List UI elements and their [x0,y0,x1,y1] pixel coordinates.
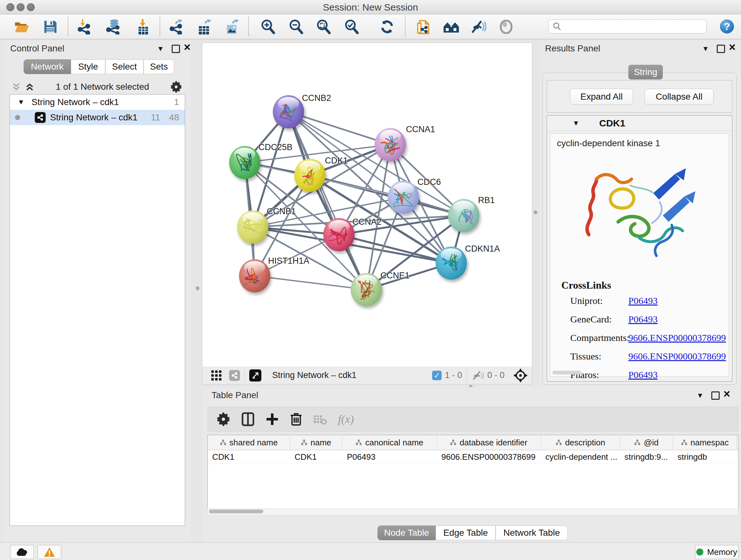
delete-column-icon[interactable] [290,412,302,426]
table-hscroll-thumb[interactable] [209,509,263,513]
tab-sets[interactable]: Sets [144,59,174,74]
tab-network-table[interactable]: Network Table [495,525,568,540]
table-cell[interactable]: cyclin-dependent ... [541,450,620,463]
protein-node-cdc25b[interactable] [229,146,260,179]
open-session-button[interactable] [13,18,30,36]
import-table-button[interactable] [134,18,151,36]
birds-eye-navigator-icon[interactable] [514,368,528,382]
crosslink-value-link[interactable]: P06493 [628,295,658,306]
refresh-button[interactable] [379,18,396,36]
import-network-icon [77,19,91,35]
show-panel-button[interactable] [497,18,515,36]
zoom-in-button[interactable] [259,18,277,36]
tab-node-table[interactable]: Node Table [378,525,435,540]
results-hscroll-thumb[interactable] [552,371,581,374]
table-options-gear-icon[interactable] [217,413,230,426]
cloud-status-button[interactable] [10,545,34,559]
column-header--id[interactable]: @id [620,435,673,450]
network-options-gear-icon[interactable] [171,81,182,92]
save-session-button[interactable] [42,18,59,36]
open-in-new-window-icon[interactable] [249,369,261,381]
right-splitter-handle[interactable] [534,210,537,214]
network-view-share-icon[interactable] [229,370,240,381]
share-file-button[interactable] [415,18,433,36]
memory-button[interactable]: Memory [695,545,738,559]
table-cell[interactable]: stringdb [673,450,737,463]
control-panel-float-icon[interactable] [172,45,180,53]
protein-node-ccne1[interactable] [351,273,382,306]
export-table-button[interactable] [196,18,213,36]
search-icon [552,22,561,31]
hide-results-button[interactable] [470,18,487,36]
table-cell[interactable]: 9606.ENSP00000378699 [437,450,541,463]
protein-node-rb1[interactable] [448,199,479,232]
collapse-all-button[interactable]: Collapse All [645,89,714,105]
table-panel-menu-icon[interactable]: ▼ [697,391,704,400]
crosslink-value-link[interactable]: 9606.ENSP00000378699 [628,351,726,362]
protein-node-cdc6[interactable] [388,181,419,214]
table-cell[interactable]: stringdb:9... [620,450,673,463]
control-panel-close-icon[interactable]: × [184,44,191,51]
import-network-button[interactable] [76,18,93,36]
protein-node-ccna2[interactable] [323,218,354,251]
table-cell[interactable]: CDK1 [208,450,290,463]
export-image-button[interactable] [223,18,240,36]
network-view-title: String Network – cdk1 [272,370,356,380]
collection-expander-icon[interactable]: ▼ [17,98,24,106]
import-network-from-database-button[interactable] [105,18,122,36]
column-header-shared-name[interactable]: shared name [208,435,290,450]
show-columns-icon[interactable] [242,412,254,426]
table-panel-float-icon[interactable] [711,391,720,400]
protein-node-hist1h1a[interactable] [239,259,270,293]
tab-select[interactable]: Select [105,59,144,74]
gene-section-header[interactable]: ▼ CDK1 [547,116,732,131]
control-panel-menu-icon[interactable]: ▼ [157,45,164,53]
results-panel-menu-icon[interactable]: ▼ [702,45,709,53]
left-splitter-handle[interactable] [196,287,199,290]
column-header-database-identifier[interactable]: database identifier [437,435,541,450]
zoom-fit-button[interactable] [315,18,332,36]
results-panel-float-icon[interactable] [717,45,725,53]
column-header-description[interactable]: description [541,435,620,450]
protein-node-ccna1[interactable] [375,128,406,161]
results-panel-close-icon[interactable]: × [729,44,736,51]
table-row[interactable]: CDK1CDK1P064939606.ENSP00000378699cyclin… [208,450,738,464]
column-header-namespac[interactable]: namespac [673,435,737,450]
network-canvas[interactable]: CCNB2CCNA1CDC25BCDK1CDC6RB1CCNB1CCNA2CDK… [202,43,532,367]
help-button[interactable]: ? [720,19,734,34]
crosslink-value-link[interactable]: 9606.ENSP00000378699 [628,332,726,343]
protein-node-ccnb1[interactable] [237,210,268,244]
protein-node-cdk1[interactable] [294,159,326,192]
warnings-button[interactable] [38,545,61,559]
zoom-selected-button[interactable] [343,18,360,36]
column-header-name[interactable]: name [290,435,342,450]
tab-network[interactable]: Network [23,59,71,74]
tab-string[interactable]: String [628,65,663,79]
table-cell[interactable]: P06493 [342,450,437,463]
crosslink-value-link[interactable]: P06493 [628,314,658,325]
add-column-icon[interactable] [266,413,279,426]
table-hscrollbar[interactable] [207,508,738,515]
tab-style[interactable]: Style [71,59,105,74]
table-panel-close-icon[interactable]: × [724,391,730,397]
crosslink-value-link[interactable]: P06493 [628,369,658,380]
column-header-canonical-name[interactable]: canonical name [342,435,437,450]
zoom-out-button[interactable] [287,18,305,36]
expand-all-chevron-icon[interactable] [25,82,35,91]
selected-checkbox-icon[interactable]: ✓ [432,371,442,380]
search-input[interactable] [561,21,706,32]
string-home-button[interactable] [443,18,460,36]
collapse-all-chevron-icon[interactable] [11,82,21,91]
expand-all-button[interactable]: Expand All [570,89,633,105]
protein-node-ccnb2[interactable] [273,95,304,128]
grid-view-icon[interactable] [211,370,222,381]
gene-expander-icon[interactable]: ▼ [572,119,580,127]
table-cell[interactable]: CDK1 [290,450,342,463]
node-label: CCNE1 [381,271,410,281]
protein-node-cdkn1a[interactable] [435,246,467,280]
export-network-button[interactable] [167,18,185,36]
toolbar-search-box[interactable] [548,19,706,34]
tab-edge-table[interactable]: Edge Table [435,525,495,540]
network-collection-row[interactable]: ▼ String Network – cdk1 1 [10,95,185,110]
network-row[interactable]: String Network – cdk1 11 48 [10,110,185,125]
